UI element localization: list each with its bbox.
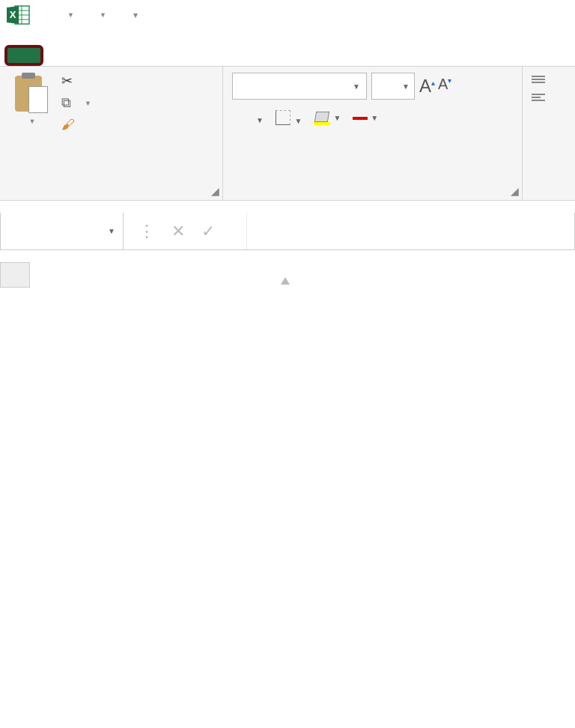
chevron-down-icon: ▼ xyxy=(333,114,341,122)
name-box[interactable]: ▼ xyxy=(1,213,124,249)
paste-icon xyxy=(15,73,48,115)
customize-qat-icon[interactable]: ▾ xyxy=(133,10,138,20)
fill-color-button[interactable]: ▼ xyxy=(314,112,341,125)
font-launcher-icon[interactable]: ◢ xyxy=(511,185,519,197)
quick-access-toolbar: X ▼ ▼ ▾ xyxy=(0,0,575,30)
paste-dropdown[interactable]: ▼ xyxy=(29,118,36,125)
formula-bar-row: ▼ ⋮ ✕ ✓ xyxy=(0,213,575,250)
tab-file[interactable] xyxy=(4,45,43,66)
font-group: ▼ ▼ A▴ A▾ ▼ ▼ ▼ ▼ xyxy=(223,67,523,200)
copy-icon: ⧉ xyxy=(61,95,71,111)
font-color-button[interactable]: ▼ xyxy=(353,114,378,122)
clipboard-launcher-icon[interactable]: ◢ xyxy=(211,185,219,197)
tab-insert[interactable] xyxy=(85,51,127,66)
align-top-icon[interactable] xyxy=(532,76,545,83)
chevron-down-icon: ▼ xyxy=(353,82,360,91)
spreadsheet-grid xyxy=(0,262,575,288)
paste-button[interactable]: ▼ xyxy=(9,73,54,133)
copy-button[interactable]: ⧉ ▼ xyxy=(61,95,91,111)
redo-dropdown[interactable]: ▼ xyxy=(100,11,106,19)
font-size-select[interactable]: ▼ xyxy=(371,73,415,100)
clipboard-group-label xyxy=(9,195,213,197)
ribbon-tab-strip xyxy=(0,30,575,66)
brush-icon: 🖌 xyxy=(61,117,75,133)
underline-button[interactable]: ▼ xyxy=(256,109,264,127)
formula-input[interactable] xyxy=(247,213,574,249)
format-painter-button[interactable]: 🖌 xyxy=(61,117,91,133)
chevron-down-icon: ▼ xyxy=(294,117,302,125)
chevron-down-icon: ▼ xyxy=(371,114,378,122)
undo-dropdown[interactable]: ▼ xyxy=(67,11,74,19)
border-button[interactable]: ▼ xyxy=(276,109,302,127)
decrease-font-icon[interactable]: A▾ xyxy=(438,76,451,97)
tab-formulas[interactable] xyxy=(169,51,211,66)
excel-app-icon: X xyxy=(4,4,31,25)
cut-button[interactable]: ✂ xyxy=(61,73,91,89)
font-group-label xyxy=(232,195,513,197)
alignment-group xyxy=(523,67,575,200)
bucket-icon xyxy=(314,112,329,122)
scissors-icon: ✂ xyxy=(61,73,73,89)
chevron-down-icon: ▼ xyxy=(256,116,264,124)
ribbon: ▼ ✂ ⧉ ▼ 🖌 ◢ xyxy=(0,66,575,201)
border-icon xyxy=(276,110,290,125)
tab-home[interactable] xyxy=(43,51,85,66)
enter-formula-icon[interactable]: ✓ xyxy=(201,222,215,241)
align-left-icon[interactable] xyxy=(532,94,545,101)
increase-font-icon[interactable]: A▴ xyxy=(419,76,435,97)
font-name-select[interactable]: ▼ xyxy=(232,73,367,100)
svg-text:X: X xyxy=(10,9,16,20)
chevron-down-icon: ▼ xyxy=(402,82,410,91)
formula-divider-icon: ⋮ xyxy=(139,222,155,241)
cancel-formula-icon[interactable]: ✕ xyxy=(171,222,185,241)
select-all-corner[interactable] xyxy=(0,262,30,288)
copy-dropdown[interactable]: ▼ xyxy=(85,100,91,107)
chevron-down-icon: ▼ xyxy=(108,227,115,235)
clipboard-group: ▼ ✂ ⧉ ▼ 🖌 ◢ xyxy=(0,67,223,200)
tab-page-layout[interactable] xyxy=(127,51,169,66)
